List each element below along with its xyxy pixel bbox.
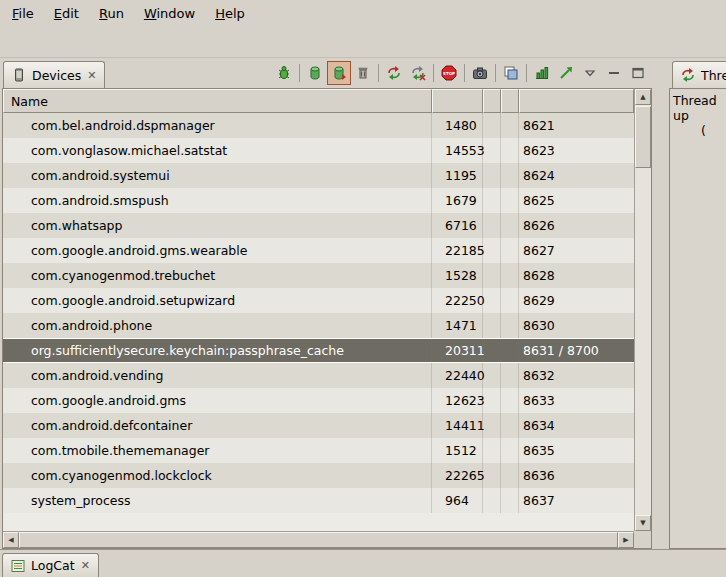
process-port: 8625	[519, 193, 634, 208]
menu-run[interactable]: Run	[91, 3, 132, 24]
process-pid: 6716	[432, 213, 483, 238]
process-row[interactable]: com.cyanogenmod.trebuchet 1528 8628	[3, 263, 634, 288]
dump-threads-icon	[410, 65, 426, 81]
debug-process-button[interactable]	[272, 61, 296, 85]
view-menu-button[interactable]	[578, 61, 602, 85]
cause-gc-button[interactable]	[351, 61, 375, 85]
process-port: 8632	[519, 368, 634, 383]
process-spacer	[501, 363, 519, 388]
dump-threads-button[interactable]	[406, 61, 430, 85]
tab-devices[interactable]: Devices ✕	[3, 61, 105, 88]
update-heap-button[interactable]	[303, 61, 327, 85]
process-row[interactable]: com.google.android.gms 12623 8633	[3, 388, 634, 413]
column-header-name[interactable]: Name	[3, 89, 432, 113]
screen-capture-button[interactable]	[468, 61, 492, 85]
threads-panel: Threads ✕ Thread up (	[669, 58, 726, 549]
process-spacer	[483, 363, 501, 388]
threads-message-line1: Thread up	[673, 93, 723, 123]
process-spacer	[483, 188, 501, 213]
threads-icon	[680, 67, 696, 83]
process-row[interactable]: com.whatsapp 6716 8626	[3, 213, 634, 238]
minimize-button[interactable]	[602, 61, 626, 85]
process-spacer	[501, 163, 519, 188]
camera-icon	[472, 65, 488, 81]
process-row[interactable]: com.android.vending 22440 8632	[3, 363, 634, 388]
maximize-icon	[630, 65, 646, 81]
process-name: com.bel.android.dspmanager	[3, 113, 432, 138]
debug-bug-icon	[276, 65, 292, 81]
process-port: 8637	[519, 493, 634, 508]
process-spacer	[483, 113, 501, 138]
threads-message-line2: (	[673, 123, 723, 138]
toolbar-separator	[526, 64, 527, 82]
process-row[interactable]: com.cyanogenmod.lockclock 22265 8636	[3, 463, 634, 488]
process-port: 8623	[519, 143, 634, 158]
panel-sash[interactable]	[652, 58, 669, 549]
tab-logcat[interactable]: LogCat ✕	[2, 553, 99, 577]
process-port: 8627	[519, 243, 634, 258]
process-spacer	[483, 438, 501, 463]
process-row[interactable]: com.google.android.setupwizard 22250 862…	[3, 288, 634, 313]
process-spacer	[501, 288, 519, 313]
hierarchy-view-button[interactable]	[499, 61, 523, 85]
process-row[interactable]: system_process 964 8637	[3, 488, 634, 513]
update-threads-button[interactable]	[382, 61, 406, 85]
process-spacer	[483, 388, 501, 413]
scroll-right-button[interactable]: ▶	[618, 532, 634, 548]
tab-threads-label: Threads	[701, 68, 726, 83]
vertical-scrollbar-thumb[interactable]	[635, 106, 651, 168]
process-row[interactable]: org.sufficientlysecure.keychain:passphra…	[3, 338, 634, 363]
column-header-pid[interactable]	[432, 89, 483, 113]
process-row[interactable]: com.bel.android.dspmanager 1480 8621	[3, 113, 634, 138]
column-header-spacer[interactable]	[483, 89, 501, 113]
tab-devices-close-icon[interactable]: ✕	[86, 69, 97, 82]
menu-edit[interactable]: Edit	[46, 3, 87, 24]
process-row[interactable]: com.android.systemui 1195 8624	[3, 163, 634, 188]
process-pid: 22250	[432, 288, 483, 313]
process-spacer	[483, 213, 501, 238]
menu-help[interactable]: Help	[207, 3, 253, 24]
tab-threads[interactable]: Threads ✕	[672, 61, 726, 88]
process-row[interactable]: com.vonglasow.michael.satstat 14553 8623	[3, 138, 634, 163]
process-row[interactable]: com.android.smspush 1679 8625	[3, 188, 634, 213]
scroll-left-button[interactable]: ◀	[3, 532, 19, 548]
process-name: com.android.phone	[3, 313, 432, 338]
process-port: 8631 / 8700	[519, 343, 634, 358]
scroll-down-button[interactable]: ▼	[635, 515, 651, 531]
process-name: com.cyanogenmod.trebuchet	[3, 263, 432, 288]
scroll-up-button[interactable]: ▲	[635, 89, 651, 105]
sysinfo-button[interactable]	[530, 61, 554, 85]
toolbar-separator	[299, 64, 300, 82]
menubar: FileEditRunWindowHelp	[0, 0, 726, 26]
horizontal-scrollbar-thumb[interactable]	[19, 532, 618, 548]
menu-file[interactable]: File	[4, 3, 42, 24]
process-row[interactable]: com.google.android.gms.wearable 22185 86…	[3, 238, 634, 263]
logcat-icon	[10, 558, 26, 574]
column-header-spacer[interactable]	[501, 89, 519, 113]
process-name: com.whatsapp	[3, 213, 432, 238]
process-row[interactable]: com.android.defcontainer 14411 8634	[3, 413, 634, 438]
tab-logcat-close-icon[interactable]: ✕	[80, 559, 91, 572]
column-header-port[interactable]	[519, 89, 634, 113]
process-spacer	[483, 413, 501, 438]
toolbar-separator	[495, 64, 496, 82]
vertical-scrollbar[interactable]: ▲ ▼	[634, 89, 651, 531]
dump-hprof-button[interactable]	[327, 61, 351, 85]
method-profiling-button[interactable]	[554, 61, 578, 85]
maximize-button[interactable]	[626, 61, 650, 85]
horizontal-scrollbar[interactable]: ◀ ▶	[3, 531, 634, 548]
process-spacer	[501, 488, 519, 513]
menu-window[interactable]: Window	[136, 3, 203, 24]
process-name: com.google.android.gms	[3, 388, 432, 413]
process-spacer	[483, 313, 501, 338]
process-port: 8635	[519, 443, 634, 458]
vertical-scrollbar-track[interactable]	[635, 168, 651, 515]
process-spacer	[501, 313, 519, 338]
stop-process-button[interactable]: STOP	[437, 61, 461, 85]
process-spacer	[483, 339, 501, 362]
process-port: 8628	[519, 268, 634, 283]
process-row[interactable]: com.tmobile.thememanager 1512 8635	[3, 438, 634, 463]
process-row[interactable]: com.android.phone 1471 8630	[3, 313, 634, 338]
update-heap-icon	[307, 65, 323, 81]
process-name: org.sufficientlysecure.keychain:passphra…	[3, 339, 432, 362]
